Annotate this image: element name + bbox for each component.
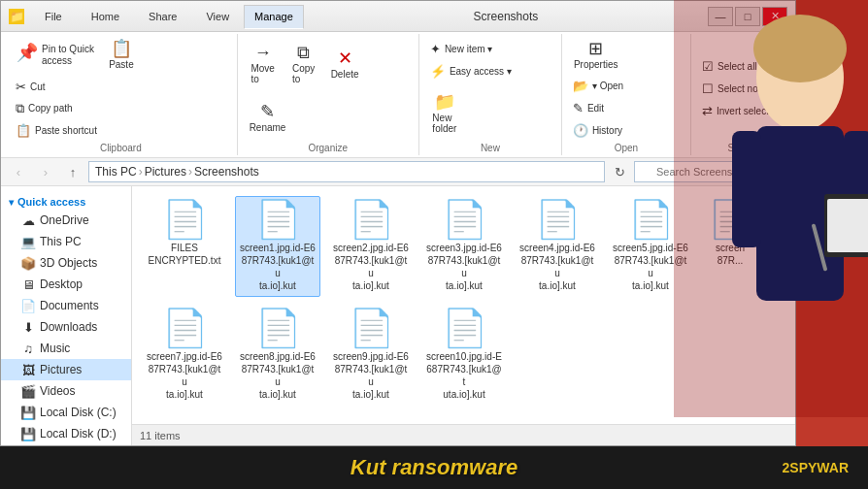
cut-icon: ✂ bbox=[16, 80, 26, 94]
rename-label: Rename bbox=[250, 122, 286, 133]
pictures-label: Pictures bbox=[40, 363, 82, 376]
edit-button[interactable]: ✎ Edit bbox=[568, 98, 628, 118]
move-label: Moveto bbox=[250, 63, 274, 84]
file-name-screen7: screen7.jpg.id-E687R743.[kuk1@tuta.io].k… bbox=[147, 350, 222, 401]
sidebar-item-local-d[interactable]: 💾 Local Disk (D:) bbox=[1, 423, 131, 444]
edit-label: Edit bbox=[587, 103, 604, 114]
pin-quick-access-button[interactable]: 📌 Pin to Quickaccess bbox=[11, 40, 100, 71]
tab-view[interactable]: View bbox=[191, 5, 244, 28]
rename-button[interactable]: ✎ Rename bbox=[244, 99, 292, 137]
clipboard-title: Clipboard bbox=[11, 141, 231, 153]
path-segment-1: Pictures bbox=[145, 165, 186, 179]
organize-buttons: → Moveto ⧉ Copyto ✕ Delete ✎ Rename bbox=[244, 36, 413, 141]
file-icon-encrypted-txt: 📄 bbox=[162, 201, 208, 238]
history-label: History bbox=[592, 125, 622, 136]
onedrive-icon: ☁ bbox=[20, 212, 36, 228]
sidebar-item-3d-objects[interactable]: 📦 3D Objects bbox=[1, 252, 131, 274]
up-button[interactable]: ↑ bbox=[61, 161, 84, 182]
delete-label: Delete bbox=[331, 69, 359, 80]
file-name-screen9: screen9.jpg.id-E687R743.[kuk1@tuta.io].k… bbox=[333, 350, 409, 401]
history-icon: 🕐 bbox=[573, 123, 588, 138]
organize-group: → Moveto ⧉ Copyto ✕ Delete ✎ Rename Orga… bbox=[238, 34, 419, 155]
sidebar: Quick access ☁ OneDrive 💻 This PC 📦 3D O… bbox=[1, 186, 132, 445]
file-item-screen3[interactable]: 📄 screen3.jpg.id-E687R743.[kuk1@tuta.io]… bbox=[421, 196, 507, 297]
documents-label: Documents bbox=[40, 299, 99, 312]
copy-path-button[interactable]: ⧉ Copy path bbox=[11, 98, 102, 119]
paste-shortcut-label: Paste shortcut bbox=[35, 125, 97, 136]
path-segment-2: Screenshots bbox=[194, 165, 259, 179]
downloads-icon: ⬇ bbox=[20, 319, 36, 335]
easy-access-icon: ⚡ bbox=[430, 64, 446, 79]
paste-shortcut-button[interactable]: 📋 Paste shortcut bbox=[11, 120, 102, 141]
new-folder-icon: 📁 bbox=[434, 93, 455, 111]
file-item-screen10[interactable]: 📄 screen10.jpg.id-E687R743.[kuk1@tuta.io… bbox=[421, 305, 507, 406]
documents-icon: 📄 bbox=[20, 298, 36, 313]
new-title: New bbox=[425, 141, 555, 153]
pin-label: Pin to Quickaccess bbox=[42, 44, 94, 67]
brand-name: SPYWAR bbox=[789, 460, 849, 475]
3d-objects-label: 3D Objects bbox=[40, 256, 97, 270]
bottom-bar: Kut ransomware 2SPYWAR bbox=[0, 446, 868, 489]
local-disk-d-label: Local Disk (D:) bbox=[40, 427, 117, 440]
pin-icon: 📌 bbox=[17, 44, 38, 61]
onedrive-label: OneDrive bbox=[40, 213, 89, 227]
open-button[interactable]: 📂 ▾ Open bbox=[568, 76, 628, 96]
tab-share[interactable]: Share bbox=[134, 5, 191, 28]
sidebar-item-pictures[interactable]: 🖼 Pictures bbox=[1, 359, 131, 380]
sidebar-item-music[interactable]: ♫ Music bbox=[1, 338, 131, 359]
easy-access-button[interactable]: ⚡ Easy access ▾ bbox=[425, 61, 517, 82]
sidebar-item-documents[interactable]: 📄 Documents bbox=[1, 295, 131, 316]
person-figure bbox=[674, 0, 868, 417]
file-icon-screen5: 📄 bbox=[628, 201, 674, 238]
paste-button[interactable]: 📋 Paste bbox=[102, 36, 141, 74]
file-item-encrypted-txt[interactable]: 📄 FILESENCRYPTED.txt bbox=[142, 196, 227, 297]
back-button[interactable]: ‹ bbox=[7, 161, 30, 182]
file-item-screen4[interactable]: 📄 screen4.jpg.id-E687R743.[kuk1@tuta.io]… bbox=[515, 196, 600, 297]
delete-button[interactable]: ✕ Delete bbox=[325, 46, 365, 83]
history-button[interactable]: 🕐 History bbox=[568, 120, 628, 141]
window-icon: 📁 bbox=[9, 9, 24, 24]
sidebar-item-videos[interactable]: 🎬 Videos bbox=[1, 380, 131, 402]
open-group: ⊞ Properties 📂 ▾ Open ✎ Edit 🕐 History bbox=[562, 34, 691, 155]
cut-button[interactable]: ✂ Cut bbox=[11, 77, 102, 97]
copy-to-button[interactable]: ⧉ Copyto bbox=[284, 40, 323, 88]
address-path[interactable]: This PC › Pictures › Screenshots bbox=[88, 161, 605, 182]
new-buttons: ✦ New item ▾ ⚡ Easy access ▾ 📁 Newfolder bbox=[425, 36, 555, 141]
3d-objects-icon: 📦 bbox=[20, 255, 36, 271]
properties-button[interactable]: ⊞ Properties bbox=[568, 36, 624, 74]
properties-label: Properties bbox=[574, 59, 618, 70]
move-to-button[interactable]: → Moveto bbox=[244, 40, 283, 88]
tab-home[interactable]: Home bbox=[77, 5, 134, 28]
file-item-screen7[interactable]: 📄 screen7.jpg.id-E687R743.[kuk1@tuta.io]… bbox=[142, 305, 227, 406]
file-item-screen2[interactable]: 📄 screen2.jpg.id-E687R743.[kuk1@tuta.io]… bbox=[328, 196, 414, 297]
new-folder-button[interactable]: 📁 Newfolder bbox=[425, 89, 464, 138]
sidebar-item-cd-f[interactable]: 💿 CD Drive (F:) bbox=[1, 444, 131, 445]
quick-access-section[interactable]: Quick access bbox=[1, 190, 131, 210]
organize-title: Organize bbox=[244, 141, 413, 153]
open-secondary: 📂 ▾ Open ✎ Edit 🕐 History bbox=[568, 76, 628, 141]
sidebar-item-local-c[interactable]: 💾 Local Disk (C:) bbox=[1, 402, 131, 423]
file-name-screen4: screen4.jpg.id-E687R743.[kuk1@tuta.io].k… bbox=[519, 242, 595, 292]
file-item-screen1[interactable]: 📄 screen1.jpg.id-E687R743.[kuk1@tuta.io]… bbox=[235, 196, 320, 297]
refresh-button[interactable]: ↻ bbox=[609, 161, 630, 182]
sidebar-item-desktop[interactable]: 🖥 Desktop bbox=[1, 274, 131, 295]
copy-path-label: Copy path bbox=[28, 103, 73, 114]
sidebar-item-onedrive[interactable]: ☁ OneDrive bbox=[1, 210, 131, 231]
pictures-icon: 🖼 bbox=[20, 362, 36, 377]
copy-to-icon: ⧉ bbox=[297, 44, 310, 61]
manage-tab-label: Manage bbox=[254, 11, 293, 22]
forward-button[interactable]: › bbox=[34, 161, 57, 182]
tab-file[interactable]: File bbox=[30, 5, 77, 28]
open-label: ▾ Open bbox=[592, 81, 623, 91]
new-item-button[interactable]: ✦ New item ▾ bbox=[425, 39, 517, 59]
paste-label: Paste bbox=[109, 59, 134, 70]
file-name-screen1: screen1.jpg.id-E687R743.[kuk1@tuta.io].k… bbox=[240, 242, 316, 292]
svg-point-5 bbox=[753, 15, 847, 82]
sidebar-item-downloads[interactable]: ⬇ Downloads bbox=[1, 316, 131, 338]
sidebar-item-this-pc[interactable]: 💻 This PC bbox=[1, 231, 131, 252]
paste-shortcut-icon: 📋 bbox=[16, 123, 31, 138]
file-item-screen9[interactable]: 📄 screen9.jpg.id-E687R743.[kuk1@tuta.io]… bbox=[328, 305, 414, 406]
tab-picture-tools[interactable]: Manage bbox=[244, 5, 304, 29]
edit-icon: ✎ bbox=[573, 101, 584, 115]
file-item-screen8[interactable]: 📄 screen8.jpg.id-E687R743.[kuk1@tuta.io]… bbox=[235, 305, 320, 406]
